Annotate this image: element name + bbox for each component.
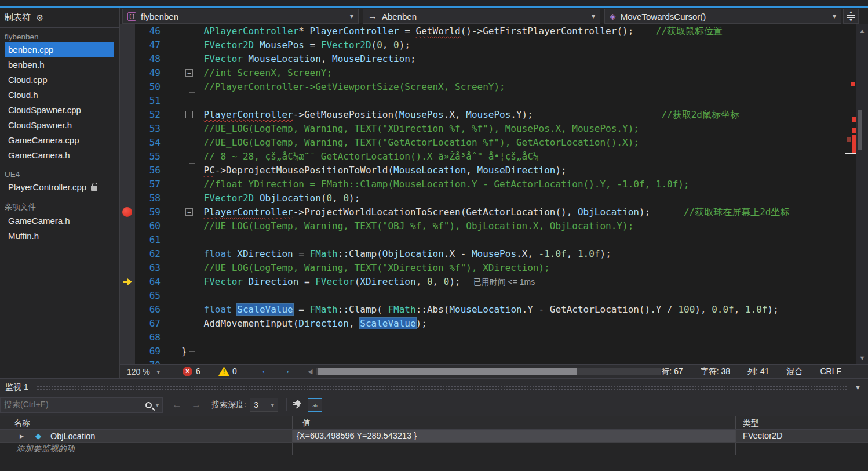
breakpoint-cell[interactable] xyxy=(120,219,135,233)
breakpoint-cell[interactable] xyxy=(120,24,135,38)
code-line-59[interactable]: 59 PlayerController->ProjectWorldLocatio… xyxy=(120,205,856,219)
member-dropdown[interactable]: ◈ MoveTowardsCursor() ▾ xyxy=(604,9,841,24)
code-text[interactable]: APlayerController* PlayerController = Ge… xyxy=(166,24,856,38)
code-text[interactable]: //float YDirection = FMath::Clamp(MouseL… xyxy=(166,177,856,191)
sidebar-item-Cloud.h[interactable]: Cloud.h xyxy=(5,88,114,103)
search-prev-icon[interactable]: ← xyxy=(172,399,182,411)
column-header-name[interactable]: 名称 xyxy=(0,416,293,429)
sidebar-item-CloudSpawner.cpp[interactable]: CloudSpawner.cpp xyxy=(5,103,114,118)
watch-row-ObjLocation[interactable]: ▶◆ObjLocation{X=603.498596 Y=289.543213 … xyxy=(0,430,868,443)
code-text[interactable]: //UE_LOG(LogTemp, Warning, TEXT("OBJ %f,… xyxy=(166,219,856,233)
watch-add-row[interactable]: 添加要监视的项 xyxy=(0,443,868,455)
code-line-58[interactable]: 58 FVector2D ObjLocation(0, 0); xyxy=(120,191,856,205)
code-text[interactable]: float XDirection = FMath::Clamp(ObjLocat… xyxy=(166,247,856,261)
code-line-69[interactable]: 69} xyxy=(120,345,856,358)
breakpoint-cell[interactable] xyxy=(120,136,135,150)
code-line-46[interactable]: 46 APlayerController* PlayerController =… xyxy=(120,24,856,38)
window-position-icon[interactable]: ▼ xyxy=(855,384,861,391)
code-text[interactable]: //UE_LOG(LogTemp, Warning, TEXT("GetActo… xyxy=(166,136,856,150)
breakpoint-cell[interactable] xyxy=(120,345,135,358)
expand-arrow-icon[interactable]: ▶ xyxy=(20,433,24,439)
code-text[interactable]: // 8 ~ 28, çš„å€¼æ˜¯ GetActorLocation().… xyxy=(166,150,856,164)
code-line-62[interactable]: 62 float XDirection = FMath::Clamp(ObjLo… xyxy=(120,247,856,261)
breakpoint-cell[interactable] xyxy=(120,303,135,317)
code-line-52[interactable]: 52 PlayerController->GetMousePosition(Mo… xyxy=(120,108,856,122)
fold-collapse-icon[interactable]: – xyxy=(185,111,193,118)
code-text[interactable]: //UE_LOG(LogTemp, Warning, TEXT("XDirect… xyxy=(166,261,856,275)
code-line-66[interactable]: 66 float ScaleValue = FMath::Clamp( FMat… xyxy=(120,303,856,317)
zoom-dropdown[interactable]: 120 % ▾ xyxy=(123,365,163,378)
breakpoint-cell[interactable] xyxy=(120,317,135,331)
column-header-type[interactable]: 类型 xyxy=(736,416,868,429)
breakpoint-cell[interactable] xyxy=(120,150,135,164)
scroll-up-icon[interactable]: ▲ xyxy=(856,27,868,34)
code-text[interactable]: FVector Direction = FVector(XDirection, … xyxy=(166,275,856,289)
gear-icon[interactable]: ⚙ xyxy=(36,13,43,22)
breakpoint-cell[interactable] xyxy=(120,289,135,303)
search-icon[interactable] xyxy=(145,402,152,408)
breakpoint-cell[interactable] xyxy=(120,52,135,66)
status-eol[interactable]: CRLF xyxy=(820,367,841,377)
code-text[interactable]: } xyxy=(166,345,856,358)
sidebar-item-CloudSpawner.h[interactable]: CloudSpawner.h xyxy=(5,118,114,133)
fold-collapse-icon[interactable]: – xyxy=(185,208,193,216)
code-text[interactable] xyxy=(166,94,856,108)
code-line-57[interactable]: 57 //float YDirection = FMath::Clamp(Mou… xyxy=(120,177,856,191)
project-dropdown[interactable]: [] flybenben ▾ xyxy=(122,9,359,24)
chevron-down-icon[interactable]: ▾ xyxy=(156,402,159,408)
code-line-65[interactable]: 65 xyxy=(120,289,856,303)
code-text[interactable]: //PlayerController->GetViewportSize(Scre… xyxy=(166,80,856,94)
breakpoint-cell[interactable] xyxy=(120,164,135,177)
hscroll-left-icon[interactable]: ◀ xyxy=(308,368,312,375)
pin-properties-icon[interactable] xyxy=(293,400,302,410)
breakpoint-cell[interactable] xyxy=(120,80,135,94)
fold-collapse-icon[interactable]: – xyxy=(185,69,193,77)
watch-search-input[interactable]: 搜索(Ctrl+E) ▾ xyxy=(0,397,163,413)
code-text[interactable]: //int ScreenX, ScreenY; xyxy=(166,66,856,80)
code-line-64[interactable]: 64 FVector Direction = FVector(XDirectio… xyxy=(120,275,856,289)
code-text[interactable]: PlayerController->GetMousePosition(Mouse… xyxy=(166,108,856,122)
code-text[interactable]: //UE_LOG(LogTemp, Warning, TEXT("XDirect… xyxy=(166,122,856,136)
breakpoint-cell[interactable] xyxy=(120,205,135,219)
search-depth-dropdown[interactable]: 3 ▾ xyxy=(250,398,278,412)
warning-icon[interactable]: ! xyxy=(218,367,229,376)
watch-name-cell[interactable]: ▶◆ObjLocation xyxy=(0,430,293,442)
breakpoint-cell[interactable] xyxy=(120,247,135,261)
breakpoint-cell[interactable] xyxy=(120,233,135,247)
breakpoint-cell[interactable] xyxy=(120,94,135,108)
status-indent-mode[interactable]: 混合 xyxy=(786,367,803,377)
code-line-63[interactable]: 63 //UE_LOG(LogTemp, Warning, TEXT("XDir… xyxy=(120,261,856,275)
code-line-70[interactable]: 70 xyxy=(120,358,856,364)
breakpoint-cell[interactable] xyxy=(120,108,135,122)
breakpoint-cell[interactable] xyxy=(120,66,135,80)
sidebar-item-GameCamera.h[interactable]: GameCamera.h xyxy=(5,148,114,163)
code-line-68[interactable]: 68 xyxy=(120,331,856,345)
vertical-scrollbar[interactable]: ▲ ▼ xyxy=(856,24,868,364)
code-editor[interactable]: 46 APlayerController* PlayerController =… xyxy=(120,24,868,364)
type-dropdown[interactable]: → Abenben ▾ xyxy=(363,9,600,24)
code-line-67[interactable]: 67 AddMovementInput(Direction, ScaleValu… xyxy=(120,317,856,331)
code-line-54[interactable]: 54 //UE_LOG(LogTemp, Warning, TEXT("GetA… xyxy=(120,136,856,150)
code-text[interactable]: FVector2D MousePos = FVector2D(0, 0); xyxy=(166,38,856,52)
code-text[interactable] xyxy=(166,358,856,364)
breakpoint-cell[interactable] xyxy=(120,358,135,364)
code-text[interactable]: FVector MouseLocation, MouseDirection; xyxy=(166,52,856,66)
code-text[interactable] xyxy=(166,331,856,345)
hscrollbar-thumb[interactable] xyxy=(318,368,577,375)
code-line-60[interactable]: 60 //UE_LOG(LogTemp, Warning, TEXT("OBJ … xyxy=(120,219,856,233)
error-icon[interactable]: × xyxy=(183,367,192,376)
breakpoint-cell[interactable] xyxy=(120,177,135,191)
split-editor-icon[interactable]: ▲ ▼ xyxy=(843,9,859,24)
code-line-55[interactable]: 55 // 8 ~ 28, çš„å€¼æ˜¯ GetActorLocation… xyxy=(120,150,856,164)
code-text[interactable]: AddMovementInput(Direction, ScaleValue); xyxy=(166,317,856,331)
sidebar-item-GameCamera.cpp[interactable]: GameCamera.cpp xyxy=(5,133,114,148)
code-text[interactable] xyxy=(166,289,856,303)
breakpoint-cell[interactable] xyxy=(120,191,135,205)
breakpoint-cell[interactable] xyxy=(120,261,135,275)
sidebar-item-Muffin.h[interactable]: Muffin.h xyxy=(5,229,114,244)
horizontal-scrollbar[interactable] xyxy=(316,368,661,375)
warning-count[interactable]: 0 xyxy=(232,367,237,376)
search-next-icon[interactable]: → xyxy=(191,399,201,411)
scrollbar-thumb[interactable] xyxy=(858,110,862,150)
breakpoint-icon[interactable] xyxy=(122,207,132,217)
